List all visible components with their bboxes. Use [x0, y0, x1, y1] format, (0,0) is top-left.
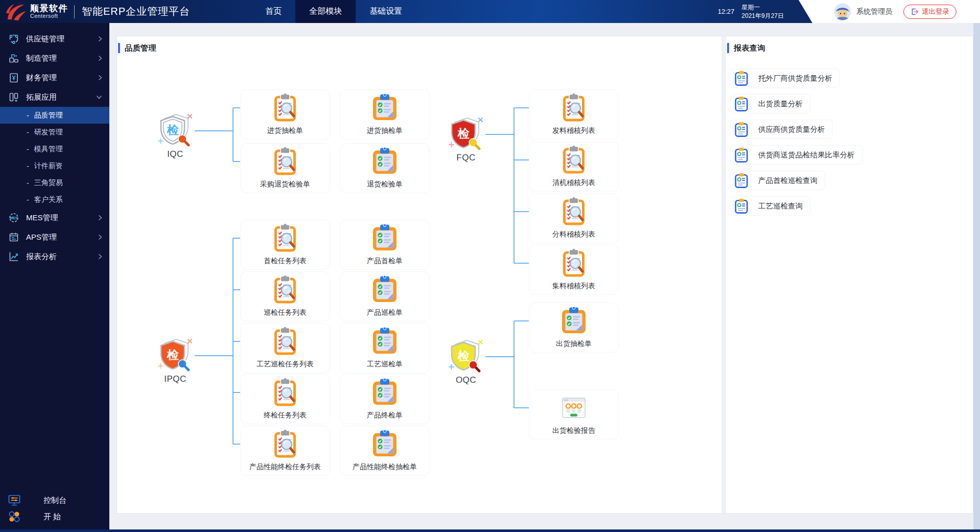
sidebar-item-mold[interactable]: -模具管理 — [0, 141, 109, 157]
flow-item-label: 集料稽核列表 — [529, 282, 618, 291]
nav-item-home[interactable]: 首页 — [251, 0, 295, 23]
clipboard-inspect-icon — [559, 249, 588, 277]
logo-swoosh-icon — [5, 2, 28, 21]
sidebar-item-extensions[interactable]: 拓展应用 — [0, 87, 109, 107]
sidebar-footer-start[interactable]: 开 始 — [0, 508, 109, 525]
clipboard-inspect-icon — [559, 146, 588, 174]
chevron-down-icon — [96, 95, 102, 99]
report-query-item[interactable]: 产品首检巡检查询 — [730, 171, 825, 190]
flow-item-label: 发料稽核列表 — [529, 126, 618, 135]
report-query-item[interactable]: 托外厂商供货质量分析 — [730, 68, 840, 88]
sidebar-item-label: 拓展应用 — [26, 92, 57, 102]
sidebar-item-label: 品质管理 — [34, 111, 63, 120]
report-panel-title: 报表查询 — [734, 43, 765, 53]
flow-item[interactable]: 终检任务列表 — [240, 374, 330, 424]
supply-chain-icon — [8, 33, 19, 44]
logout-label: 退出登录 — [922, 7, 949, 16]
report-query-label: 托外厂商供货质量分析 — [758, 74, 832, 83]
flow-item[interactable]: 发料稽核列表 — [529, 89, 619, 140]
user-avatar-icon[interactable] — [834, 3, 851, 20]
chevron-right-icon — [98, 36, 102, 42]
sidebar-item-customer-relations[interactable]: -客户关系 — [0, 191, 109, 208]
sidebar-footer-label: 开 始 — [43, 512, 61, 522]
flow-item[interactable]: 出货检验报告 — [529, 389, 619, 440]
report-query-item[interactable]: 工艺巡检查询 — [730, 196, 810, 216]
chevron-right-icon — [98, 253, 102, 260]
flow-item-label: 退货检验单 — [340, 180, 429, 189]
sidebar-item-rnd[interactable]: -研发管理 — [0, 124, 109, 141]
nav-item-basic-settings[interactable]: 基础设置 — [356, 0, 416, 23]
flow-item-label: 出货检验报告 — [529, 426, 618, 435]
finance-icon — [8, 72, 19, 83]
report-list: 托外厂商供货质量分析出货质量分析供应商供货质量分析供货商送货品检结果比率分析产品… — [730, 68, 862, 216]
flow-item[interactable]: 退货检验单 — [340, 143, 430, 193]
sidebar-item-report-analysis[interactable]: 报表分析 — [0, 247, 109, 266]
clipboard-inspect-icon — [271, 378, 299, 407]
flow-group-label: FQC — [435, 153, 497, 163]
flow-item[interactable]: 工艺巡检单 — [340, 323, 430, 373]
sidebar-item-quality[interactable]: -品质管理 — [0, 107, 109, 124]
flow-item[interactable]: 巡检任务列表 — [240, 271, 330, 321]
flow-item[interactable]: 产品终检单 — [340, 374, 430, 424]
sidebar-item-label: 计件薪资 — [34, 161, 63, 171]
sidebar-item-aps[interactable]: APS管理 — [0, 227, 109, 247]
flow-item[interactable]: 出货抽检单 — [529, 303, 619, 353]
flow-item[interactable]: 进货抽检单 — [340, 89, 430, 140]
app-title: 智能ERP企业管理平台 — [82, 5, 190, 18]
clipboard-form-icon — [370, 147, 399, 176]
sidebar-item-label: 客户关系 — [34, 195, 63, 204]
logout-button[interactable]: 退出登录 — [903, 5, 956, 19]
flow-group-label: OQC — [435, 375, 497, 385]
flow-group-label: IPQC — [145, 374, 206, 384]
bullet-dash: - — [27, 111, 29, 120]
clipboard-form-icon — [370, 224, 399, 252]
sidebar-item-supply-chain[interactable]: 供应链管理 — [0, 29, 109, 49]
flow-item-label: 工艺巡检任务列表 — [241, 360, 330, 369]
report-query-label: 出货质量分析 — [758, 99, 803, 109]
report-query-item[interactable]: 供货商送货品检结果比率分析 — [730, 145, 862, 165]
svg-text:检: 检 — [167, 348, 179, 361]
flow-item-label: 首检任务列表 — [241, 257, 330, 266]
flow-item[interactable]: 进货抽检单 — [240, 89, 330, 140]
flow-item[interactable]: 工艺巡检任务列表 — [240, 323, 330, 373]
weekday: 星期一 — [741, 3, 784, 12]
flow-item[interactable]: 产品性能终检抽检单 — [340, 426, 430, 476]
logo: 顺景软件 Centersoft — [0, 2, 68, 21]
iqc-shield-icon: 检 — [156, 112, 195, 148]
flow-item-label: 产品首检单 — [340, 257, 429, 266]
sidebar-item-piece-salary[interactable]: -计件薪资 — [0, 157, 109, 174]
report-query-item[interactable]: 出货质量分析 — [730, 94, 810, 113]
clipboard-inspect-icon — [559, 94, 588, 122]
flow-item[interactable]: 采购退货检验单 — [240, 143, 330, 193]
flow-item[interactable]: 分料稽核列表 — [529, 193, 619, 243]
extensions-icon — [8, 91, 19, 103]
report-query-item[interactable]: 供应商供货质量分析 — [730, 120, 833, 139]
flow-item-label: 产品巡检单 — [340, 308, 429, 317]
flow-group-ipqc: 检 IPQC — [145, 337, 206, 384]
sidebar-item-label: 报表分析 — [26, 252, 57, 262]
sidebar-item-mes[interactable]: MESMES管理 — [0, 208, 109, 227]
logo-subtitle: Centersoft — [30, 13, 68, 19]
sidebar-footer-console[interactable]: 控制台 — [0, 492, 109, 508]
sidebar-item-finance[interactable]: 财务管理 — [0, 68, 109, 87]
chevron-right-icon — [98, 215, 102, 221]
flow-item-label: 产品性能终检任务列表 — [241, 462, 330, 472]
fqc-shield-icon: 检 — [447, 116, 485, 152]
flow-item-label: 进货抽检单 — [241, 126, 330, 135]
clipboard-form-icon — [370, 430, 399, 458]
flow-item[interactable]: 产品性能终检任务列表 — [240, 426, 330, 476]
flow-item[interactable]: 产品首检单 — [340, 220, 430, 270]
sidebar-footer-label: 控制台 — [43, 496, 66, 505]
clipboard-form-icon — [559, 307, 588, 335]
flow-item[interactable]: 首检任务列表 — [240, 220, 330, 270]
flow-item[interactable]: 清机稽核列表 — [529, 142, 619, 192]
report-query-icon — [734, 198, 749, 214]
sidebar-item-triangle-trade[interactable]: -三角贸易 — [0, 174, 109, 191]
bullet-dash: - — [27, 145, 29, 153]
content-card: 品质管理 报表查询 托外厂商供货质量分析出货质量分析供应商供货质量分析供货商送货… — [116, 36, 973, 514]
flow-item[interactable]: 集料稽核列表 — [529, 245, 619, 295]
sidebar-item-manufacturing[interactable]: 制造管理 — [0, 49, 109, 68]
nav-item-all-modules[interactable]: 全部模块 — [295, 0, 356, 23]
flow-item[interactable]: 产品巡检单 — [340, 271, 430, 321]
flow-item-label: 出货抽检单 — [529, 339, 618, 349]
